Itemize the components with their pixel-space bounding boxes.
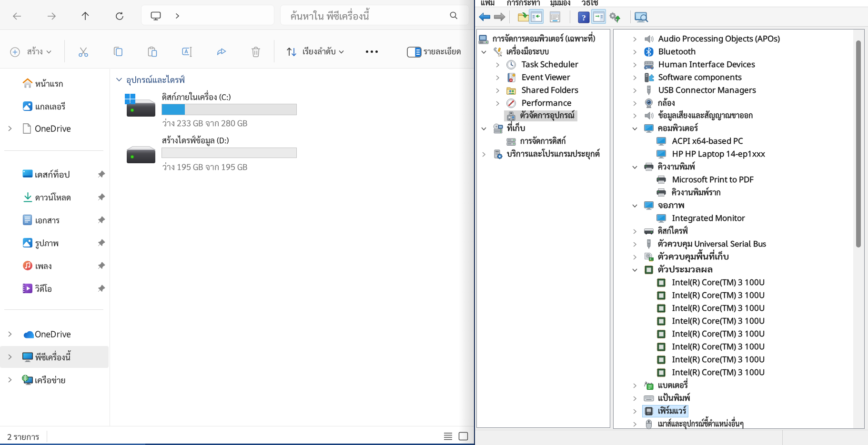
svg-text:?: ? — [582, 13, 586, 22]
